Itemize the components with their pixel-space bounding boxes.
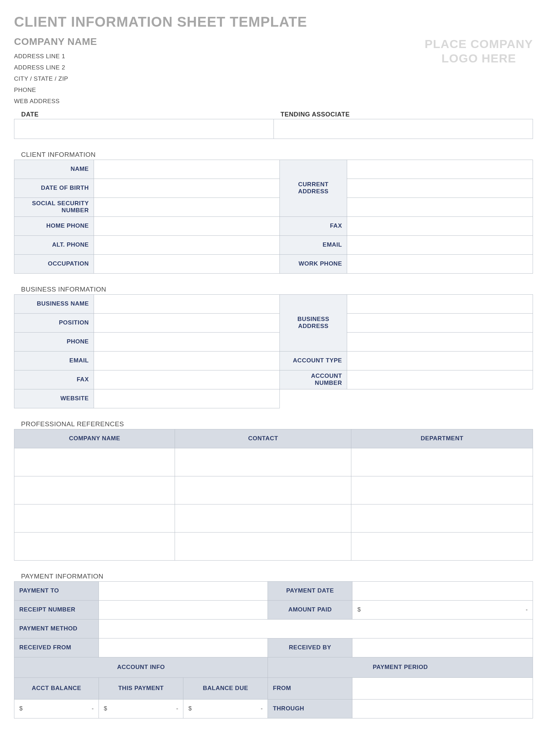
this-payment-value[interactable]: $- — [99, 699, 183, 718]
payment-period-header: PAYMENT PERIOD — [268, 657, 533, 677]
current-address-label: CURRENT ADDRESS — [279, 160, 347, 216]
ref-row-3-department[interactable] — [351, 504, 533, 532]
ref-row-1-company[interactable] — [14, 448, 175, 476]
payment-method-input[interactable] — [99, 619, 533, 638]
payment-to-input[interactable] — [99, 581, 268, 600]
company-address-1: ADDRESS LINE 1 — [14, 51, 425, 62]
company-city-state-zip: CITY / STATE / ZIP — [14, 73, 425, 85]
account-type-input[interactable] — [347, 351, 533, 370]
ref-row-3-company[interactable] — [14, 504, 175, 532]
position-label: POSITION — [14, 313, 94, 332]
email-input[interactable] — [347, 235, 533, 254]
ref-company-header: COMPANY NAME — [14, 429, 175, 448]
acct-balance-value[interactable]: $- — [14, 699, 99, 718]
account-type-label: ACCOUNT TYPE — [279, 351, 347, 370]
alt-phone-label: ALT. PHONE — [14, 235, 94, 254]
occupation-input[interactable] — [94, 254, 280, 273]
business-name-label: BUSINESS NAME — [14, 294, 94, 313]
receipt-number-input[interactable] — [99, 600, 268, 619]
references-heading: PROFESSIONAL REFERENCES — [21, 420, 533, 428]
logo-line-2: LOGO HERE — [425, 51, 533, 66]
home-phone-input[interactable] — [94, 216, 280, 235]
business-name-input[interactable] — [94, 294, 280, 313]
business-info-heading: BUSINESS INFORMATION — [21, 286, 533, 293]
home-phone-label: HOME PHONE — [14, 216, 94, 235]
header-block: COMPANY NAME ADDRESS LINE 1 ADDRESS LINE… — [14, 36, 533, 107]
ref-row-4-company[interactable] — [14, 532, 175, 560]
ref-row-2-contact[interactable] — [175, 476, 351, 504]
balance-due-value[interactable]: $- — [183, 699, 268, 718]
account-number-label: ACCOUNT NUMBER — [279, 370, 347, 389]
address-input-1[interactable] — [347, 160, 533, 179]
ref-row-4-contact[interactable] — [175, 532, 351, 560]
address-input-3[interactable] — [347, 198, 533, 216]
associate-label: TENDING ASSOCIATE — [274, 108, 533, 119]
account-info-header: ACCOUNT INFO — [14, 657, 268, 677]
through-label: THROUGH — [268, 699, 352, 718]
biz-phone-label: PHONE — [14, 332, 94, 351]
through-input[interactable] — [352, 699, 533, 718]
work-phone-input[interactable] — [347, 254, 533, 273]
page-title: CLIENT INFORMATION SHEET TEMPLATE — [14, 14, 533, 30]
from-label: FROM — [268, 677, 352, 699]
payment-heading: PAYMENT INFORMATION — [21, 573, 533, 580]
position-input[interactable] — [94, 313, 280, 332]
ref-row-2-department[interactable] — [351, 476, 533, 504]
ssn-input[interactable] — [94, 198, 280, 216]
dob-label: DATE OF BIRTH — [14, 179, 94, 198]
biz-email-input[interactable] — [94, 351, 280, 370]
amount-paid-label: AMOUNT PAID — [268, 600, 352, 619]
ref-row-3-contact[interactable] — [175, 504, 351, 532]
ssn-label: SOCIAL SECURITYNUMBER — [14, 198, 94, 216]
address-input-2[interactable] — [347, 179, 533, 198]
date-label: DATE — [14, 108, 274, 119]
biz-phone-input[interactable] — [94, 332, 280, 351]
payment-date-label: PAYMENT DATE — [268, 581, 352, 600]
company-web: WEB ADDRESS — [14, 96, 425, 107]
fax-label: FAX — [279, 216, 347, 235]
biz-fax-label: FAX — [14, 370, 94, 389]
payment-table: PAYMENT TO PAYMENT DATE RECEIPT NUMBER A… — [14, 581, 533, 718]
received-from-label: RECEIVED FROM — [14, 638, 99, 657]
company-name-label: COMPANY NAME — [14, 36, 425, 47]
date-input[interactable] — [14, 119, 274, 139]
client-info-heading: CLIENT INFORMATION — [21, 151, 533, 159]
biz-address-input-1[interactable] — [347, 294, 533, 313]
received-from-input[interactable] — [99, 638, 268, 657]
balance-due-label: BALANCE DUE — [183, 677, 268, 699]
biz-address-input-3[interactable] — [347, 332, 533, 351]
ref-row-2-company[interactable] — [14, 476, 175, 504]
company-phone: PHONE — [14, 85, 425, 96]
dob-input[interactable] — [94, 179, 280, 198]
company-address-2: ADDRESS LINE 2 — [14, 62, 425, 73]
biz-address-input-2[interactable] — [347, 313, 533, 332]
payment-to-label: PAYMENT TO — [14, 581, 99, 600]
ref-row-1-contact[interactable] — [175, 448, 351, 476]
name-input[interactable] — [94, 160, 280, 179]
business-info-table: BUSINESS NAME BUSINESS ADDRESS POSITION … — [14, 294, 533, 408]
client-info-table: NAME CURRENT ADDRESS DATE OF BIRTH SOCIA… — [14, 160, 533, 274]
email-label: EMAIL — [279, 235, 347, 254]
amount-paid-value[interactable]: $- — [352, 600, 533, 619]
logo-line-1: PLACE COMPANY — [425, 37, 533, 51]
website-input[interactable] — [94, 389, 280, 408]
this-payment-label: THIS PAYMENT — [99, 677, 183, 699]
biz-email-label: EMAIL — [14, 351, 94, 370]
associate-input[interactable] — [274, 119, 533, 139]
ref-row-1-department[interactable] — [351, 448, 533, 476]
fax-input[interactable] — [347, 216, 533, 235]
ref-row-4-department[interactable] — [351, 532, 533, 560]
ref-contact-header: CONTACT — [175, 429, 351, 448]
payment-method-label: PAYMENT METHOD — [14, 619, 99, 638]
occupation-label: OCCUPATION — [14, 254, 94, 273]
biz-fax-input[interactable] — [94, 370, 280, 389]
received-by-input[interactable] — [352, 638, 533, 657]
name-label: NAME — [14, 160, 94, 179]
ref-department-header: DEPARTMENT — [351, 429, 533, 448]
alt-phone-input[interactable] — [94, 235, 280, 254]
acct-balance-label: ACCT BALANCE — [14, 677, 99, 699]
payment-date-input[interactable] — [352, 581, 533, 600]
account-number-input[interactable] — [347, 370, 533, 389]
work-phone-label: WORK PHONE — [279, 254, 347, 273]
from-input[interactable] — [352, 677, 533, 699]
